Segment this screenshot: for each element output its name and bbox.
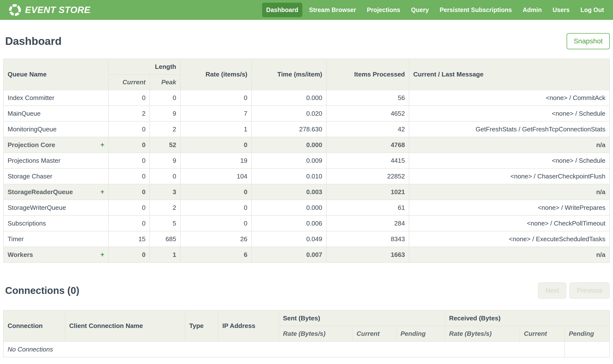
next-button[interactable]: Next <box>538 282 566 299</box>
time-cell: 0.007 <box>252 247 326 262</box>
message-cell: n/a <box>409 247 610 262</box>
nav-item-dashboard[interactable]: Dashboard <box>262 3 303 17</box>
items-cell: 56 <box>326 90 409 106</box>
queue-name-cell: Subscriptions <box>3 215 109 231</box>
brand-trademark: . <box>90 10 92 14</box>
queues-table: Queue Name Length Rate (items/s) Time (m… <box>3 59 610 263</box>
queue-group-name: Projection Core <box>8 141 55 149</box>
rate-cell: 1 <box>180 121 252 137</box>
connections-header: Connections (0) Next Previous <box>3 282 610 299</box>
len-current-cell: 0 <box>109 200 150 215</box>
time-cell: 0.000 <box>252 200 326 215</box>
time-cell: 278.630 <box>252 121 326 137</box>
nav-item-stream-browser[interactable]: Stream Browser <box>305 3 360 17</box>
time-cell: 0.049 <box>252 231 326 247</box>
time-cell: 0.006 <box>252 215 326 231</box>
queue-group-name: StorageReaderQueue <box>8 188 73 196</box>
items-cell: 1663 <box>326 247 409 262</box>
time-cell: 0.003 <box>252 184 326 200</box>
message-cell: <none> / Schedule <box>409 153 610 169</box>
queue-group-row: StorageReaderQueue + 0 3 0 0.003 1021 n/… <box>3 184 610 200</box>
nav-item-query[interactable]: Query <box>407 3 433 17</box>
time-cell: 0.000 <box>252 137 326 153</box>
nav-item-users[interactable]: Users <box>548 3 574 17</box>
message-cell: <none> / ExecuteScheduledTasks <box>409 231 610 247</box>
queue-row: StorageWriterQueue 0 2 0 0.000 61 <none>… <box>3 200 610 215</box>
header-rate: Rate (items/s) <box>180 59 252 90</box>
header-ip-address: IP Address <box>218 310 279 341</box>
rate-cell: 0 <box>180 184 252 200</box>
nav-item-projections[interactable]: Projections <box>363 3 404 17</box>
queue-name-cell: StorageWriterQueue <box>3 200 109 215</box>
expand-icon[interactable]: + <box>100 142 104 148</box>
connections-title: Connections (0) <box>5 285 79 296</box>
connections-table: Connection Client Connection Name Type I… <box>3 310 610 357</box>
header-received-current: Current <box>520 326 565 341</box>
header-connection: Connection <box>3 310 65 341</box>
time-cell: 0.009 <box>252 153 326 169</box>
brand-text: EVENT STORE. <box>25 5 92 15</box>
header-length-peak: Peak <box>150 75 180 90</box>
queue-name-cell: MainQueue <box>3 106 109 121</box>
header-sent-current: Current <box>352 326 396 341</box>
previous-button[interactable]: Previous <box>569 282 610 299</box>
len-peak-cell: 52 <box>150 137 180 153</box>
header-received-bytes: Received (Bytes) <box>445 310 610 326</box>
rate-cell: 6 <box>180 247 252 262</box>
len-current-cell: 0 <box>109 137 150 153</box>
len-current-cell: 0 <box>109 169 150 184</box>
header-type: Type <box>185 310 218 341</box>
header-sent-rate: Rate (Bytes/s) <box>279 326 352 341</box>
len-current-cell: 0 <box>109 153 150 169</box>
header-sent-pending: Pending <box>396 326 445 341</box>
items-cell: 42 <box>326 121 409 137</box>
header-queue-name: Queue Name <box>3 59 109 90</box>
empty-spacer-cell <box>565 341 610 357</box>
no-connections-message: No Connections <box>3 341 565 357</box>
message-cell: <none> / CommitAck <box>409 90 610 106</box>
len-current-cell: 0 <box>109 90 150 106</box>
main-content: Dashboard Snapshot Queue Name Length Rat… <box>0 33 613 357</box>
header-received-rate: Rate (Bytes/s) <box>445 326 520 341</box>
queue-name-cell: Timer <box>3 231 109 247</box>
nav-item-persistent-subscriptions[interactable]: Persistent Subscriptions <box>435 3 516 17</box>
len-peak-cell: 5 <box>150 215 180 231</box>
len-peak-cell: 2 <box>150 200 180 215</box>
len-current-cell: 0 <box>109 215 150 231</box>
message-cell: GetFreshStats / GetFreshTcpConnectionSta… <box>409 121 610 137</box>
queue-row: MainQueue 2 9 7 0.020 4652 <none> / Sche… <box>3 106 610 121</box>
queues-table-header: Queue Name Length Rate (items/s) Time (m… <box>3 59 610 90</box>
time-cell: 0.010 <box>252 169 326 184</box>
queue-group-name: Workers <box>8 251 33 259</box>
snapshot-button[interactable]: Snapshot <box>567 33 610 49</box>
nav-item-logout[interactable]: Log Out <box>576 3 608 17</box>
time-cell: 0.020 <box>252 106 326 121</box>
expand-icon[interactable]: + <box>100 189 104 195</box>
rate-cell: 0 <box>180 137 252 153</box>
header-length-current: Current <box>109 75 150 90</box>
message-cell: n/a <box>409 184 610 200</box>
rate-cell: 0 <box>180 200 252 215</box>
len-peak-cell: 9 <box>150 153 180 169</box>
len-current-cell: 0 <box>109 184 150 200</box>
rate-cell: 19 <box>180 153 252 169</box>
nav-item-admin[interactable]: Admin <box>518 3 546 17</box>
queue-row: Index Committer 0 0 0 0.000 56 <none> / … <box>3 90 610 106</box>
len-peak-cell: 685 <box>150 231 180 247</box>
expand-icon[interactable]: + <box>100 251 104 258</box>
queue-name-cell: Projections Master <box>3 153 109 169</box>
time-cell: 0.000 <box>252 90 326 106</box>
queue-group-row: Projection Core + 0 52 0 0.000 4768 n/a <box>3 137 610 153</box>
nav-menu: Dashboard Stream Browser Projections Que… <box>262 3 608 17</box>
items-cell: 61 <box>326 200 409 215</box>
len-peak-cell: 0 <box>150 90 180 106</box>
header-items-processed: Items Processed <box>326 59 409 90</box>
queue-row: MonitoringQueue 0 2 1 278.630 42 GetFres… <box>3 121 610 137</box>
header-length: Length <box>109 59 180 75</box>
queue-group-row: Workers + 0 1 6 0.007 1663 n/a <box>3 247 610 262</box>
len-peak-cell: 9 <box>150 106 180 121</box>
queue-name-cell: MonitoringQueue <box>3 121 109 137</box>
queue-name-cell: Index Committer <box>3 90 109 106</box>
items-cell: 4768 <box>326 137 409 153</box>
items-cell: 4415 <box>326 153 409 169</box>
